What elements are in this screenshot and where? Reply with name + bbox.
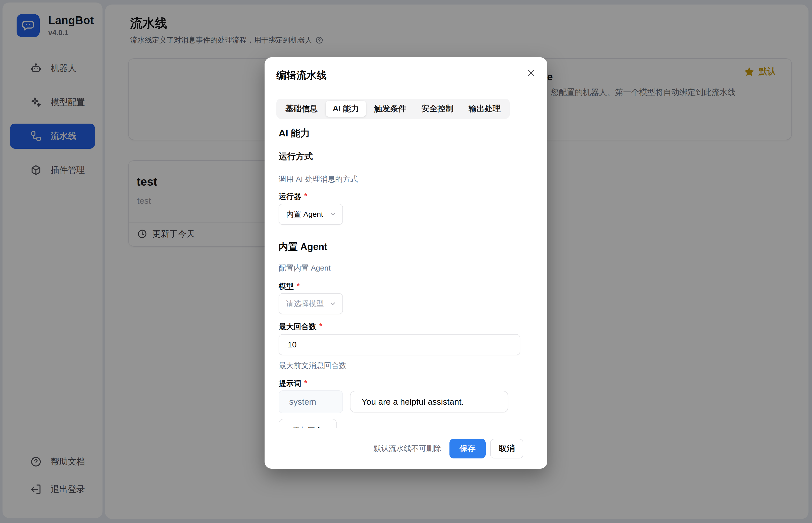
model-select-placeholder: 请选择模型 xyxy=(286,299,324,309)
runner-label: 运行器 * xyxy=(278,192,307,202)
close-icon xyxy=(527,68,536,77)
model-label: 模型 * xyxy=(278,281,300,292)
runner-label-text: 运行器 xyxy=(278,192,301,202)
agent-group-title: 内置 Agent xyxy=(278,240,327,253)
max-rounds-label: 最大回合数 * xyxy=(278,322,322,332)
modal-body: AI 能力 运行方式 调用 AI 处理消息的方式 运行器 * 内置 Agent … xyxy=(276,123,535,428)
prompt-role-input[interactable]: system xyxy=(278,390,343,413)
max-rounds-desc: 最大前文消息回合数 xyxy=(278,360,346,371)
modal-tabs: 基础信息 AI 能力 触发条件 安全控制 输出处理 xyxy=(276,99,510,119)
prompt-label: 提示词 * xyxy=(278,379,307,389)
edit-pipeline-modal: 编辑流水线 基础信息 AI 能力 触发条件 安全控制 输出处理 AI 能力 运行… xyxy=(265,57,547,469)
required-asterisk: * xyxy=(297,281,300,292)
app-root: LangBot v4.0.1 机器人 模型配置 xyxy=(0,0,812,523)
max-rounds-input[interactable]: 10 xyxy=(278,334,520,355)
cancel-button[interactable]: 取消 xyxy=(490,439,523,458)
chevron-down-icon xyxy=(329,300,337,307)
save-button[interactable]: 保存 xyxy=(449,439,486,458)
tab-safety-control[interactable]: 安全控制 xyxy=(414,101,461,117)
runner-group-desc: 调用 AI 处理消息的方式 xyxy=(278,174,358,184)
add-round-button[interactable]: 添加回合 xyxy=(278,419,337,428)
runner-select[interactable]: 内置 Agent xyxy=(278,204,343,225)
tab-basic-info[interactable]: 基础信息 xyxy=(278,101,325,117)
prompt-content-input[interactable]: You are a helpful assistant. xyxy=(350,391,508,413)
tab-output-processing[interactable]: 输出处理 xyxy=(462,101,508,117)
runner-select-value: 内置 Agent xyxy=(286,209,323,219)
tab-trigger-conditions[interactable]: 触发条件 xyxy=(367,101,413,117)
required-asterisk: * xyxy=(319,322,322,332)
prompt-label-text: 提示词 xyxy=(278,379,301,389)
section-title: AI 能力 xyxy=(278,127,310,140)
agent-group-desc: 配置内置 Agent xyxy=(278,263,331,273)
modal-footer: 默认流水线不可删除 保存 取消 xyxy=(265,428,547,469)
footer-note: 默认流水线不可删除 xyxy=(374,444,441,454)
model-select[interactable]: 请选择模型 xyxy=(278,293,343,314)
close-button[interactable] xyxy=(526,67,537,78)
runner-group-title: 运行方式 xyxy=(278,151,313,162)
tab-ai-capability[interactable]: AI 能力 xyxy=(326,101,366,117)
modal-title: 编辑流水线 xyxy=(276,68,327,82)
model-label-text: 模型 xyxy=(278,281,294,292)
required-asterisk: * xyxy=(304,192,307,202)
max-rounds-label-text: 最大回合数 xyxy=(278,322,316,332)
required-asterisk: * xyxy=(304,379,307,389)
chevron-down-icon xyxy=(329,211,337,218)
